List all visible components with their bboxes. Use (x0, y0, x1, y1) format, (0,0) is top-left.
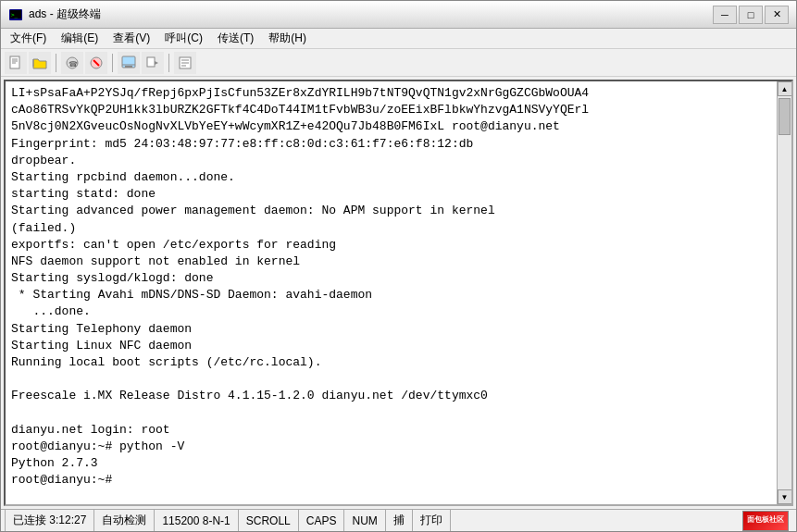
open-button[interactable] (29, 52, 51, 74)
toolbar-separator-3 (168, 54, 169, 72)
scroll-indicator: SCROLL (239, 510, 299, 531)
disconnect-button[interactable] (85, 52, 107, 74)
toolbar-separator-1 (56, 54, 56, 72)
logo-area: 面包板社区 (742, 511, 792, 531)
transfer-button[interactable] (142, 52, 164, 74)
caps-indicator: CAPS (299, 510, 345, 531)
menu-view[interactable]: 查看(V) (106, 29, 157, 48)
logo-badge: 面包板社区 (742, 511, 789, 531)
svg-marker-15 (155, 61, 158, 65)
new-button[interactable] (5, 52, 27, 74)
menu-help[interactable]: 帮助(H) (261, 29, 314, 48)
minimize-button[interactable]: ─ (713, 6, 737, 24)
svg-rect-14 (147, 57, 155, 67)
print-indicator: 打印 (413, 510, 451, 531)
terminal-output[interactable]: LI+sPsaFaA+P2YSJq/fRepj6pxPjIsCfun53ZEr8… (6, 81, 777, 504)
logo-text: 面包板社区 (747, 516, 784, 525)
window-controls: ─ □ ✕ (713, 6, 789, 24)
properties-button[interactable] (174, 52, 196, 74)
dial-button[interactable]: ☎ (61, 52, 83, 74)
scroll-thumb[interactable] (778, 98, 791, 135)
menu-edit[interactable]: 编辑(E) (54, 29, 106, 48)
main-window: >_ ads - 超级终端 ─ □ ✕ 文件(F) 编辑(E) 查看(V) 呼叫… (0, 0, 797, 532)
toolbar-separator-2 (112, 54, 113, 72)
settings-button[interactable] (118, 52, 140, 74)
detection-status: 自动检测 (94, 510, 155, 531)
menu-bar: 文件(F) 编辑(E) 查看(V) 呼叫(C) 传送(T) 帮助(H) (1, 29, 796, 49)
title-bar: >_ ads - 超级终端 ─ □ ✕ (1, 1, 796, 29)
num-indicator: NUM (344, 510, 385, 531)
maximize-button[interactable]: □ (739, 6, 763, 24)
svg-rect-13 (125, 66, 132, 68)
svg-text:>_: >_ (11, 11, 19, 19)
menu-call[interactable]: 呼叫(C) (157, 29, 210, 48)
status-bar: 已连接 3:12:27 自动检测 115200 8-N-1 SCROLL CAP… (1, 509, 796, 531)
scroll-up-button[interactable]: ▲ (778, 81, 792, 96)
toolbar: ☎ (1, 49, 796, 77)
scroll-track[interactable] (778, 96, 791, 489)
capture-indicator: 捕 (386, 510, 413, 531)
scrollbar[interactable]: ▲ ▼ (777, 81, 791, 504)
baud-status: 115200 8-N-1 (155, 510, 238, 531)
app-icon: >_ (8, 7, 23, 22)
terminal-container: LI+sPsaFaA+P2YSJq/fRepj6pxPjIsCfun53ZEr8… (4, 80, 793, 506)
svg-text:☎: ☎ (68, 60, 78, 68)
connection-status: 已连接 3:12:27 (5, 510, 94, 531)
close-button[interactable]: ✕ (765, 6, 789, 24)
scroll-down-button[interactable]: ▼ (778, 489, 792, 504)
window-title: ads - 超级终端 (29, 6, 707, 22)
menu-file[interactable]: 文件(F) (3, 29, 54, 48)
menu-transfer[interactable]: 传送(T) (210, 29, 261, 48)
